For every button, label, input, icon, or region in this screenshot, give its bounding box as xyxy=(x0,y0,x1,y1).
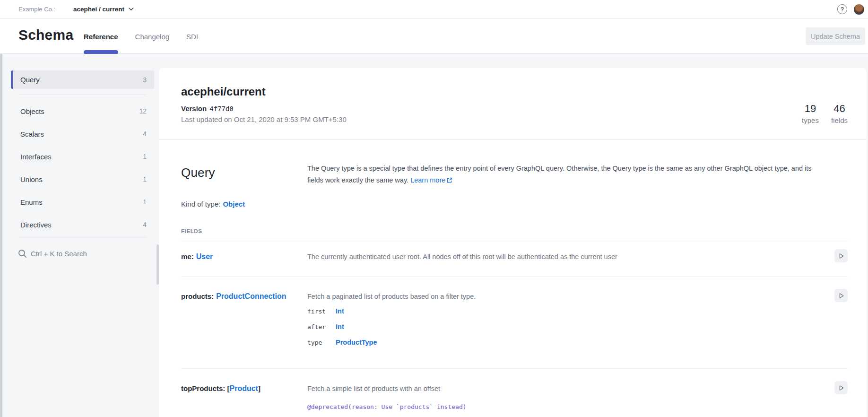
type-title: Query xyxy=(181,165,307,180)
count-badge: 4 xyxy=(143,221,147,228)
tab-reference[interactable]: Reference xyxy=(84,19,118,54)
arg-type-link[interactable]: Int xyxy=(336,323,344,330)
run-in-explorer-button[interactable] xyxy=(834,289,848,302)
play-icon xyxy=(838,384,845,391)
graph-title: acephei/current xyxy=(181,85,848,98)
run-in-explorer-button[interactable] xyxy=(834,381,848,394)
arg-row: typeProductType xyxy=(307,339,812,354)
deprecated-annotation: @deprecated(reason: Use `products` inste… xyxy=(307,403,812,410)
sidebar-item-directives[interactable]: Directives 4 xyxy=(11,213,154,236)
search-placeholder: Ctrl + K to Search xyxy=(31,250,87,258)
kind-type-link[interactable]: Object xyxy=(223,200,245,208)
count-badge: 3 xyxy=(143,76,147,84)
arg-type-link[interactable]: ProductType xyxy=(336,339,377,346)
arg-row: afterInt xyxy=(307,323,812,339)
fields-heading: FIELDS xyxy=(181,228,848,234)
field-row-topproducts: topProducts: [Product] Fetch a simple li… xyxy=(181,369,848,417)
search-icon xyxy=(18,249,27,258)
sidebar-item-query[interactable]: Query 3 xyxy=(11,70,154,89)
graph-selector-dropdown[interactable]: acephei / current xyxy=(73,6,134,13)
search-input[interactable]: Ctrl + K to Search xyxy=(11,244,154,263)
sidebar-item-interfaces[interactable]: Interfaces 1 xyxy=(11,145,154,168)
field-type-link[interactable]: User xyxy=(196,252,213,261)
stat-fields: 46 fields xyxy=(831,103,848,124)
page-title: Schema xyxy=(18,27,73,43)
stat-types: 19 types xyxy=(802,103,819,124)
count-badge: 1 xyxy=(143,175,147,183)
schema-sidebar: Query 3 Objects 12 Scalars 4 Interfaces … xyxy=(2,54,159,417)
schema-reference-card: acephei/current Version4f77d0 Last updat… xyxy=(159,68,867,417)
sidebar-item-unions[interactable]: Unions 1 xyxy=(11,168,154,191)
graph-summary-header: acephei/current Version4f77d0 Last updat… xyxy=(159,68,867,140)
schema-stats: 19 types 46 fields xyxy=(802,103,848,124)
field-args: firstInt afterInt typeProductType xyxy=(307,307,812,354)
tab-sdl[interactable]: SDL xyxy=(186,19,200,54)
arg-row: firstInt xyxy=(307,307,812,323)
type-section-query: Query The Query type is a special type t… xyxy=(159,140,867,417)
kind-of-type-row: Kind of type:Object xyxy=(181,200,848,208)
sidebar-divider xyxy=(18,237,147,237)
tab-changelog[interactable]: Changelog xyxy=(135,19,170,54)
count-badge: 1 xyxy=(143,198,147,206)
field-description: The currently authenticated user root. A… xyxy=(307,252,812,261)
update-schema-button[interactable]: Update Schema xyxy=(806,27,865,45)
chevron-down-icon xyxy=(129,8,134,11)
user-avatar[interactable] xyxy=(854,4,864,15)
sidebar-item-scalars[interactable]: Scalars 4 xyxy=(11,122,154,145)
play-icon xyxy=(838,252,845,260)
field-type-link[interactable]: ProductConnection xyxy=(216,292,286,300)
top-bar: Example Co.: acephei / current ? xyxy=(0,0,868,19)
external-link-icon xyxy=(447,177,452,183)
learn-more-link[interactable]: Learn more xyxy=(410,176,452,184)
run-in-explorer-button[interactable] xyxy=(834,249,848,262)
sidebar-item-enums[interactable]: Enums 1 xyxy=(11,191,154,213)
version-hash: 4f77d0 xyxy=(209,105,234,113)
type-description: The Query type is a special type that de… xyxy=(307,163,812,186)
version-line: Version4f77d0 xyxy=(181,104,848,113)
last-updated: Last updated on Oct 21, 2020 at 9:53 PM … xyxy=(181,115,848,123)
sidebar-divider xyxy=(18,95,147,95)
count-badge: 4 xyxy=(143,130,147,138)
help-button[interactable]: ? xyxy=(837,4,847,14)
field-row-products: products:ProductConnection Fetch a pagin… xyxy=(181,277,848,369)
org-label: Example Co.: xyxy=(18,6,55,13)
graph-selector-label: acephei / current xyxy=(73,6,124,13)
field-type-link[interactable]: Product xyxy=(230,384,258,392)
count-badge: 12 xyxy=(139,107,147,115)
play-icon xyxy=(838,292,845,299)
field-description: Fetch a simple list of products with an … xyxy=(307,384,812,393)
count-badge: 1 xyxy=(143,153,147,160)
page-header: Schema Reference Changelog SDL Update Sc… xyxy=(0,19,868,54)
arg-type-link[interactable]: Int xyxy=(336,307,344,315)
tab-bar: Reference Changelog SDL xyxy=(84,19,200,54)
field-row-me: me:User The currently authenticated user… xyxy=(181,239,848,277)
field-description: Fetch a paginated list of products based… xyxy=(307,292,812,301)
sidebar-item-objects[interactable]: Objects 12 xyxy=(11,100,154,122)
content-area: Query 3 Objects 12 Scalars 4 Interfaces … xyxy=(0,54,868,417)
